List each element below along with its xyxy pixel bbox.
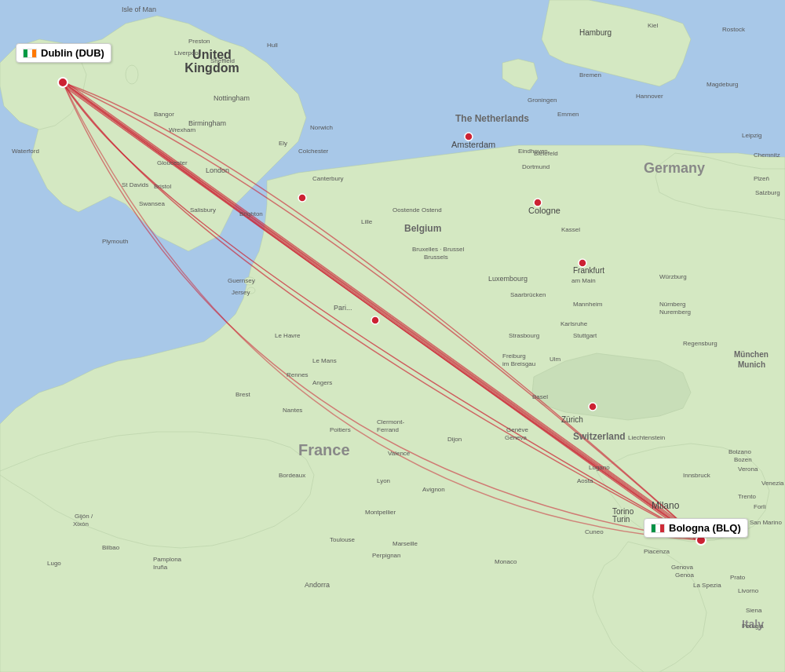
svg-point-1 xyxy=(126,65,138,84)
svg-text:Regensburg: Regensburg xyxy=(683,340,717,347)
svg-text:am Main: am Main xyxy=(571,277,596,284)
svg-text:San Marino: San Marino xyxy=(750,519,782,526)
svg-text:Preston: Preston xyxy=(188,38,210,45)
svg-text:Stuttgart: Stuttgart xyxy=(573,332,597,339)
svg-text:Brighton: Brighton xyxy=(239,210,263,217)
svg-text:Perpignan: Perpignan xyxy=(372,552,400,559)
svg-text:Hannover: Hannover xyxy=(636,93,663,100)
svg-text:Cologne: Cologne xyxy=(528,206,560,215)
svg-text:Bolzano: Bolzano xyxy=(728,448,751,455)
svg-text:France: France xyxy=(298,441,350,458)
svg-text:Iruña: Iruña xyxy=(153,564,168,571)
svg-text:La Spezia: La Spezia xyxy=(693,582,721,589)
svg-text:Amsterdam: Amsterdam xyxy=(451,140,495,149)
svg-text:Oostende Ostend: Oostende Ostend xyxy=(392,206,442,214)
svg-text:Karlsruhe: Karlsruhe xyxy=(560,320,588,327)
svg-text:Saarbrücken: Saarbrücken xyxy=(510,291,546,298)
svg-text:Nottingham: Nottingham xyxy=(214,94,250,102)
dublin-airport-label[interactable]: Dublin (DUB) xyxy=(16,43,111,63)
svg-text:Toulouse: Toulouse xyxy=(330,536,356,543)
svg-text:Siena: Siena xyxy=(746,607,762,614)
svg-text:Perugia: Perugia xyxy=(742,623,764,630)
svg-text:Canterbury: Canterbury xyxy=(312,175,344,182)
svg-text:Gloucester: Gloucester xyxy=(157,159,188,166)
svg-text:Livorno: Livorno xyxy=(738,587,759,594)
svg-text:Basel: Basel xyxy=(532,393,548,400)
svg-text:Bristol: Bristol xyxy=(154,183,171,190)
svg-text:München: München xyxy=(734,350,769,359)
svg-text:Turin: Turin xyxy=(612,515,630,524)
svg-text:Bangor: Bangor xyxy=(154,111,174,118)
svg-text:Montpellier: Montpellier xyxy=(365,509,396,516)
svg-text:Pari...: Pari... xyxy=(334,304,352,312)
dublin-label-text: Dublin (DUB) xyxy=(41,47,104,59)
svg-text:Isle of Man: Isle of Man xyxy=(122,5,156,13)
bologna-airport-label[interactable]: Bologna (BLQ) xyxy=(644,518,748,538)
svg-text:Bremen: Bremen xyxy=(579,71,601,79)
svg-text:Switzerland: Switzerland xyxy=(573,431,626,442)
svg-text:Rostock: Rostock xyxy=(722,26,746,33)
svg-text:Strasbourg: Strasbourg xyxy=(509,332,539,339)
svg-text:Aosta: Aosta xyxy=(577,477,593,484)
svg-text:Magdeburg: Magdeburg xyxy=(706,81,738,88)
svg-text:Zürich: Zürich xyxy=(561,415,583,424)
svg-text:Genova: Genova xyxy=(671,564,694,571)
svg-text:Gijón /: Gijón / xyxy=(75,513,93,520)
svg-text:Lyon: Lyon xyxy=(377,477,390,484)
svg-text:London: London xyxy=(206,166,229,174)
svg-text:Innsbruck: Innsbruck xyxy=(683,472,711,479)
svg-text:Milano: Milano xyxy=(652,500,680,511)
svg-text:Dijon: Dijon xyxy=(447,436,462,443)
svg-text:Guernsey: Guernsey xyxy=(228,277,255,284)
svg-text:Plzeň: Plzeň xyxy=(754,175,769,182)
svg-text:Valence: Valence xyxy=(388,450,411,457)
svg-text:Freiburg: Freiburg xyxy=(502,352,526,360)
svg-text:Le Havre: Le Havre xyxy=(275,332,301,339)
svg-point-9 xyxy=(298,194,306,202)
svg-text:Nuremberg: Nuremberg xyxy=(659,309,691,316)
svg-text:Jersey: Jersey xyxy=(232,289,250,296)
map-svg: United Kingdom Isle of Man Preston Liver… xyxy=(0,0,785,672)
svg-text:Liverpool: Liverpool xyxy=(174,49,200,57)
svg-text:Kassel: Kassel xyxy=(561,226,580,233)
svg-text:im Breisgau: im Breisgau xyxy=(502,360,535,367)
svg-text:The Netherlands: The Netherlands xyxy=(455,113,529,124)
svg-text:Bruxelles · Brussel: Bruxelles · Brussel xyxy=(412,246,464,253)
svg-text:Verona: Verona xyxy=(738,466,758,473)
svg-text:Leipzig: Leipzig xyxy=(742,132,761,139)
svg-point-10 xyxy=(371,316,379,324)
svg-text:Luxembourg: Luxembourg xyxy=(488,275,528,283)
svg-text:Hamburg: Hamburg xyxy=(579,28,612,37)
svg-text:Ferrand: Ferrand xyxy=(377,426,399,433)
svg-text:Chemnitz: Chemnitz xyxy=(754,152,780,159)
svg-text:Emmen: Emmen xyxy=(557,111,579,118)
svg-text:Frankfurt: Frankfurt xyxy=(573,266,604,275)
svg-text:St Davids: St Davids xyxy=(122,181,148,188)
svg-text:Avignon: Avignon xyxy=(422,486,445,493)
svg-text:Wrexham: Wrexham xyxy=(169,126,195,133)
svg-text:Nürnberg: Nürnberg xyxy=(659,301,685,308)
svg-text:Angers: Angers xyxy=(312,379,332,386)
svg-text:Kiel: Kiel xyxy=(648,22,659,29)
svg-text:Munich: Munich xyxy=(738,360,765,369)
svg-text:Brest: Brest xyxy=(236,391,250,398)
svg-point-14 xyxy=(589,403,597,411)
svg-text:Bordeaux: Bordeaux xyxy=(279,472,305,479)
svg-text:Venezia: Venezia xyxy=(761,480,784,487)
svg-text:Trento: Trento xyxy=(738,493,756,500)
svg-text:Würzburg: Würzburg xyxy=(659,273,687,280)
svg-text:Brussels: Brussels xyxy=(424,254,448,261)
svg-text:Nantes: Nantes xyxy=(283,407,302,414)
svg-text:Ulm: Ulm xyxy=(550,356,561,363)
svg-text:Bielefeld: Bielefeld xyxy=(534,150,558,157)
svg-text:Forlì: Forlì xyxy=(754,503,766,510)
svg-text:Geneva: Geneva xyxy=(505,434,528,441)
svg-text:Pamplona: Pamplona xyxy=(153,556,182,563)
svg-text:Ely: Ely xyxy=(279,140,287,147)
svg-text:Norwich: Norwich xyxy=(310,124,333,131)
svg-text:Andorra: Andorra xyxy=(305,581,330,589)
svg-text:Germany: Germany xyxy=(644,160,705,176)
svg-text:Monaco: Monaco xyxy=(495,558,517,565)
svg-text:Bilbao: Bilbao xyxy=(102,544,120,551)
svg-text:Mannheim: Mannheim xyxy=(573,301,603,308)
